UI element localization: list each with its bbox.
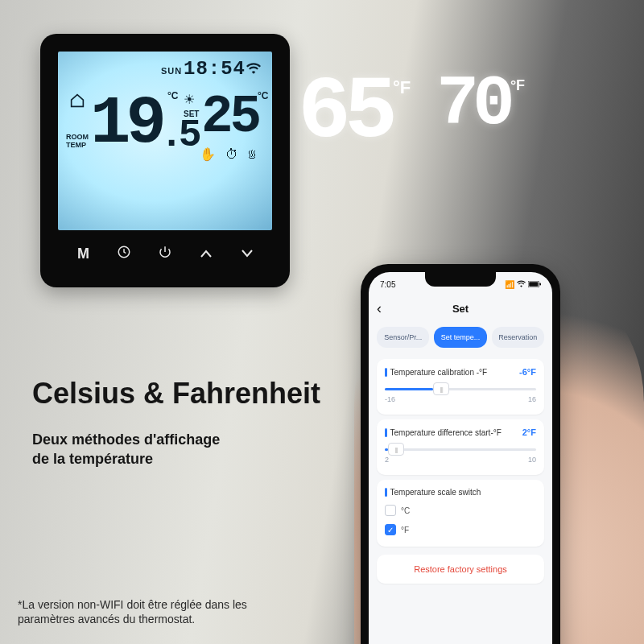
thermostat-device: SUN 18:54 ROOMTEMP 19.5 °C ☀ SET 25 °C ✋… [40, 34, 290, 287]
wifi-icon [246, 61, 261, 78]
tab-reservation[interactable]: Reservation [492, 327, 544, 348]
lcd-day: SUN [161, 66, 182, 76]
headline: Celsius & Fahrenheit [32, 377, 320, 411]
card-calibration: Temperature calibration -°F -6°F ||| -16… [377, 359, 544, 415]
phone-device: 7:05 📶 ‹ Set Sensor/Pr... Set tempe... R… [361, 264, 560, 644]
scale-label: Temperature scale switch [385, 488, 481, 497]
diff-label: Temperature difference start-°F [385, 428, 502, 437]
set-temp-label: SET [184, 109, 199, 118]
wifi-icon [517, 280, 526, 289]
up-button[interactable] [190, 246, 222, 262]
scale-option-f[interactable]: ✓°F [385, 524, 536, 535]
phone-notch [425, 272, 496, 287]
restore-button[interactable]: Restore factory settings [377, 555, 544, 584]
down-button[interactable] [231, 246, 263, 262]
room-temp-unit: °C [167, 90, 178, 101]
thermostat-lcd: SUN 18:54 ROOMTEMP 19.5 °C ☀ SET 25 °C ✋… [58, 52, 272, 230]
projection-room-temp: 65°F [298, 72, 411, 152]
tab-sensor[interactable]: Sensor/Pr... [377, 327, 429, 348]
set-temp-unit: °C [258, 90, 268, 101]
back-button[interactable]: ‹ [377, 300, 382, 317]
signal-icon: 📶 [505, 280, 514, 289]
calibration-slider[interactable]: ||| -1616 [385, 388, 536, 403]
room-temp-int: 19 [90, 85, 162, 162]
diff-value: 2°F [522, 427, 536, 437]
power-button[interactable] [149, 245, 181, 263]
mode-button[interactable]: M [67, 246, 99, 262]
tab-row: Sensor/Pr... Set tempe... Reservation [369, 320, 552, 354]
nav-bar: ‹ Set [369, 296, 552, 320]
card-diff-start: Temperature difference start-°F 2°F ||| … [377, 419, 544, 475]
svg-rect-2 [529, 282, 538, 287]
projection-set-temp: 70°F [436, 72, 525, 152]
touch-button-row: M [58, 230, 272, 277]
set-temp-value: 25 [201, 87, 258, 147]
status-icons: 📶 [505, 280, 541, 289]
diff-slider[interactable]: ||| 210 [385, 448, 536, 464]
room-temp-label: ROOMTEMP [66, 134, 89, 150]
card-scale-switch: Temperature scale switch °C ✓°F [377, 480, 544, 547]
status-time: 7:05 [380, 280, 395, 289]
clock-button[interactable] [108, 245, 140, 263]
sun-icon: ☀ [184, 92, 195, 107]
room-temp-value: 19.5 [90, 85, 196, 162]
phone-screen: 7:05 📶 ‹ Set Sensor/Pr... Set tempe... R… [369, 272, 552, 644]
footnote: *La version non-WIFI doit être réglée da… [18, 597, 247, 626]
nav-title: Set [452, 303, 469, 315]
lcd-clock: 18:54 [184, 58, 246, 80]
room-temp-dec: .5 [160, 114, 197, 157]
tab-set-temp[interactable]: Set tempe... [434, 327, 486, 348]
home-icon [69, 93, 85, 112]
calibration-value: -6°F [519, 367, 536, 377]
battery-icon [528, 280, 541, 289]
subtitle: Deux méthodes d'affichage de la températ… [32, 430, 220, 469]
fahrenheit-projection: 65°F 70°F [298, 72, 525, 152]
svg-rect-3 [539, 283, 541, 285]
scale-option-c[interactable]: °C [385, 505, 536, 516]
calibration-label: Temperature calibration -°F [385, 368, 487, 377]
mode-icons-row: ✋ ⏱ ♨ [200, 147, 258, 162]
